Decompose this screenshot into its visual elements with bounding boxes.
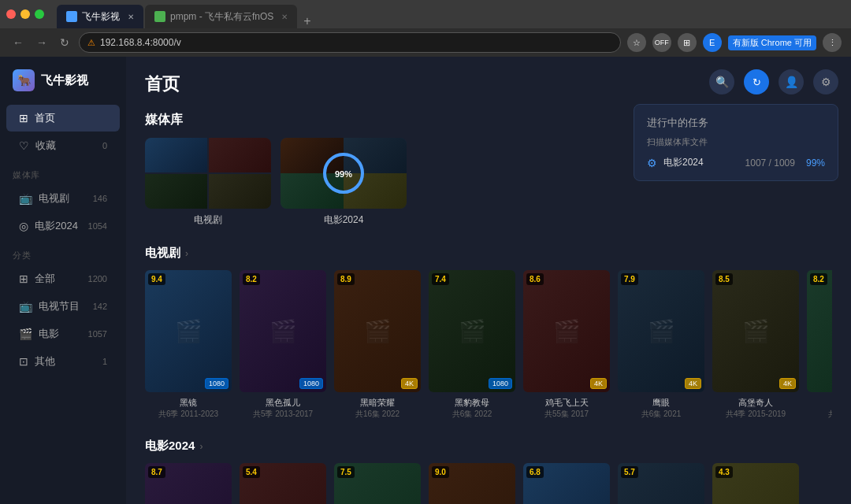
- reload-button[interactable]: ↻: [57, 35, 72, 50]
- tab-close-feiniu[interactable]: ✕: [128, 13, 134, 21]
- tab-favicon-pmpm: [154, 11, 165, 22]
- user-icon[interactable]: 👤: [779, 69, 804, 94]
- movie-rating: 9.0: [432, 466, 449, 478]
- menu-button[interactable]: ⋮: [823, 33, 842, 52]
- disc-icon: ◎: [19, 220, 28, 232]
- window-close-button[interactable]: [6, 9, 16, 19]
- home-icon: ⊞: [19, 112, 28, 124]
- tv-show-poster: 🎬 8.9 4K: [334, 270, 421, 392]
- tv-show-rating: 8.9: [337, 273, 355, 285]
- sync-icon[interactable]: ↻: [744, 69, 769, 94]
- tv-section-arrow[interactable]: ›: [185, 248, 188, 259]
- svg-text:99%: 99%: [335, 169, 352, 179]
- sidebar-item-tvshows[interactable]: 📺 电视剧 146: [6, 185, 120, 212]
- movies-count: 1057: [88, 329, 107, 339]
- sidebar-item-favorites-label: 收藏: [35, 139, 56, 153]
- movie-card[interactable]: 🎬 5.4 黑豹2: [240, 463, 326, 504]
- task-popup-subtitle: 扫描媒体库文件: [647, 136, 825, 148]
- library-card-tvshows[interactable]: 电视剧: [145, 138, 271, 227]
- task-name: 电影2024: [663, 156, 739, 169]
- library-thumb-3: [145, 174, 207, 209]
- forward-button[interactable]: →: [33, 35, 50, 50]
- tab-label-pmpm: pmpm - 飞牛私有云fnOS: [170, 10, 273, 24]
- movies-section-arrow[interactable]: ›: [199, 441, 203, 452]
- tab-feiniu[interactable]: 飞牛影视 ✕: [57, 5, 143, 28]
- tv-show-rating: 8.2: [243, 273, 260, 285]
- tv-show-poster: 🎬 8.6 4K: [523, 270, 610, 392]
- library-card-tvshows-images: [145, 138, 271, 209]
- sidebar-item-favorites[interactable]: ♡ 收藏 0: [6, 132, 120, 159]
- back-button[interactable]: ←: [9, 35, 27, 50]
- tv-show-poster: 🎬 7.4 1080: [429, 270, 515, 392]
- tv-show-poster: 🎬 9.4 1080: [145, 270, 232, 392]
- movie-card[interactable]: 🎬 7.5 龙猫: [334, 463, 421, 504]
- bookmark-button[interactable]: ☆: [627, 33, 646, 52]
- tv-show-card[interactable]: 🎬 7.4 1080 黑豹教母 共6集 2022: [429, 270, 515, 420]
- tv-show-meta: 共36集 2022: [807, 409, 832, 420]
- movie-poster: 🎬 8.7: [145, 463, 232, 504]
- task-gear-icon: ⚙: [647, 157, 657, 169]
- tv-show-card[interactable]: 🎬 7.9 4K 鹰眼 共6集 2021: [618, 270, 704, 420]
- tv-show-title: 风吹半夏: [807, 397, 832, 409]
- logo-icon: 🐂: [13, 69, 35, 91]
- logo-text: 飞牛影视: [41, 73, 88, 88]
- sidebar-item-movies[interactable]: 🎬 电影 1057: [6, 321, 120, 347]
- extensions-button[interactable]: ⊞: [678, 33, 697, 52]
- tv-show-meta: 共55集 2017: [523, 409, 610, 420]
- chrome-update-badge[interactable]: 有新版 Chrome 可用: [728, 35, 816, 50]
- tv-show-rating: 7.9: [621, 273, 638, 285]
- movie-card[interactable]: 🎬 5.7 SVART KRABBA: [618, 463, 704, 504]
- library-card-tvshows-title: 电视剧: [145, 213, 271, 227]
- sidebar-item-home[interactable]: ⊞ 首页: [6, 105, 120, 132]
- movie-card[interactable]: 🎬 4.3 曝光行动: [712, 463, 799, 504]
- browser-toolbar: ← → ↻ ⚠ 192.168.8.4:8000/v ☆ OFF ⊞ E 有新版…: [0, 28, 851, 57]
- address-text: 192.168.8.4:8000/v: [100, 37, 181, 48]
- film-icon: 🎬: [19, 328, 32, 340]
- movies2024-count: 1054: [88, 221, 107, 231]
- tv-show-card[interactable]: 🎬 9.4 1080 黑镜 共6季 2011-2023: [145, 270, 232, 420]
- tv-show-title: 黑暗荣耀: [334, 397, 421, 409]
- extension-off-button[interactable]: OFF: [652, 33, 671, 52]
- grid-icon: ⊞: [19, 272, 28, 285]
- movie-poster: 🎬 9.0: [429, 463, 515, 504]
- library-card-movies2024[interactable]: 99% 电影2024: [281, 138, 407, 227]
- search-icon[interactable]: 🔍: [709, 69, 734, 94]
- profile-button[interactable]: E: [703, 33, 722, 52]
- window-minimize-button[interactable]: [20, 9, 30, 19]
- tvprograms-count: 142: [93, 302, 107, 311]
- tv-show-card[interactable]: 🎬 8.2 4K 风吹半夏 共36集 2022: [807, 270, 832, 420]
- new-tab-button[interactable]: +: [299, 14, 315, 28]
- movie-card[interactable]: 🎬 8.7 黑客帝国：矩阵重装: [145, 463, 232, 504]
- movie-card[interactable]: 🎬 6.8 ...: [523, 463, 610, 504]
- movie-rating: 7.5: [337, 466, 355, 478]
- address-bar[interactable]: ⚠ 192.168.8.4:8000/v: [79, 32, 621, 53]
- tv-show-badge: 1080: [205, 378, 229, 389]
- favorites-count: 0: [102, 141, 107, 150]
- tv-shows-row: 🎬 9.4 1080 黑镜 共6季 2011-2023 🎬 8.2 1080 黑…: [145, 270, 832, 420]
- tv-show-badge: 1080: [489, 378, 512, 389]
- sidebar: 🐂 飞牛影视 ⊞ 首页 ♡ 收藏 0 媒体库 📺 电视剧 146 ◎ 电影202…: [0, 57, 126, 504]
- movie-rating: 6.8: [526, 466, 544, 478]
- tv-show-card[interactable]: 🎬 8.9 4K 黑暗荣耀 共16集 2022: [334, 270, 421, 420]
- sidebar-item-tvprograms-label: 电视节目: [39, 299, 80, 313]
- tv-show-meta: 共6季 2011-2023: [145, 409, 232, 420]
- tv-show-card[interactable]: 🎬 8.6 4K 鸡毛飞上天 共55集 2017: [523, 270, 610, 420]
- sidebar-item-tvprograms[interactable]: 📺 电视节目 142: [6, 293, 120, 320]
- movie-card[interactable]: 🎬 9.0 龙猫: [429, 463, 515, 504]
- tab-pmpm[interactable]: pmpm - 飞牛私有云fnOS ✕: [145, 5, 297, 28]
- sidebar-item-movies2024[interactable]: ◎ 电影2024 1054: [6, 213, 120, 239]
- sidebar-item-other[interactable]: ⊡ 其他 1: [6, 348, 120, 375]
- security-icon: ⚠: [87, 38, 95, 48]
- tv-show-rating: 8.5: [715, 273, 733, 285]
- settings-icon[interactable]: ⚙: [813, 69, 838, 94]
- task-popup-title: 进行中的任务: [647, 116, 825, 130]
- tv-show-card[interactable]: 🎬 8.5 4K 高堡奇人 共4季 2015-2019: [712, 270, 799, 420]
- tab-close-pmpm[interactable]: ✕: [281, 13, 288, 21]
- sidebar-item-other-label: 其他: [35, 354, 55, 369]
- tv-show-rating: 9.4: [148, 273, 165, 285]
- sidebar-item-all[interactable]: ⊞ 全部 1200: [6, 265, 120, 292]
- window-maximize-button[interactable]: [35, 9, 44, 19]
- tv-show-card[interactable]: 🎬 8.2 1080 黑色孤儿 共5季 2013-2017: [240, 270, 326, 420]
- library-thumb-2: [209, 138, 271, 172]
- library-thumb-1: [145, 138, 207, 172]
